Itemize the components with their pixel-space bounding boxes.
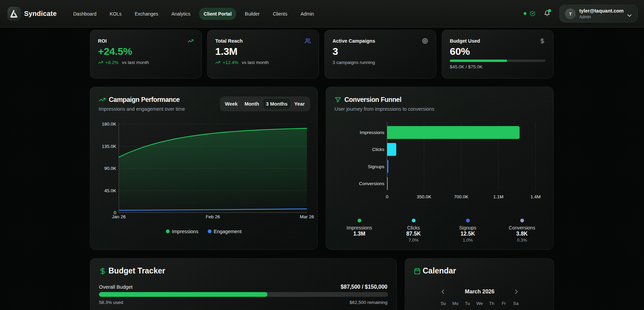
svg-text:1.4M: 1.4M: [530, 194, 541, 199]
svg-text:1.1M: 1.1M: [493, 194, 503, 199]
svg-text:Clicks: Clicks: [372, 147, 384, 152]
svg-text:350.0K: 350.0K: [417, 194, 431, 199]
svg-text:Conversions: Conversions: [359, 181, 384, 186]
svg-text:Impressions: Impressions: [360, 130, 384, 135]
svg-text:Engagement: Engagement: [214, 229, 242, 234]
svg-text:135.0K: 135.0K: [102, 144, 116, 149]
svg-text:90.0K: 90.0K: [104, 166, 116, 171]
svg-text:Impressions: Impressions: [172, 229, 198, 234]
svg-text:700.0K: 700.0K: [454, 194, 468, 199]
svg-text:Feb 26: Feb 26: [206, 214, 220, 219]
svg-text:Signups: Signups: [368, 164, 384, 169]
svg-text:Jan 26: Jan 26: [112, 214, 126, 219]
svg-text:45.0K: 45.0K: [104, 188, 116, 193]
svg-text:0: 0: [386, 194, 388, 199]
svg-text:180.0K: 180.0K: [102, 121, 116, 127]
svg-text:Mar 26: Mar 26: [300, 214, 314, 219]
